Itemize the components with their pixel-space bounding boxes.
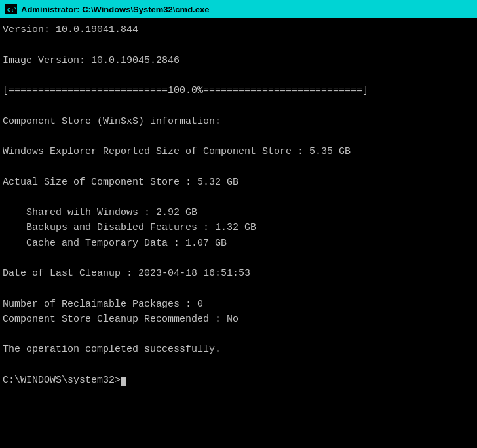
- console-line-reclaimable: Number of Reclaimable Packages : 0: [3, 297, 474, 312]
- console-line-empty3: [3, 98, 474, 113]
- console-line-operation-complete: The operation completed successfully.: [3, 342, 474, 357]
- console-line-empty6: [3, 190, 474, 205]
- title-bar-text: Administrator: C:\Windows\System32\cmd.e…: [21, 5, 209, 14]
- console-line-empty10: [3, 358, 474, 373]
- console-line-backups: Backups and Disabled Features : 1.32 GB: [3, 220, 474, 235]
- console-line-last-cleanup: Date of Last Cleanup : 2023-04-18 16:51:…: [3, 266, 474, 281]
- console-line-empty2: [3, 68, 474, 83]
- console-line-version: Version: 10.0.19041.844: [3, 22, 474, 37]
- console-line-empty8: [3, 281, 474, 296]
- cmd-icon: C:\: [5, 4, 17, 14]
- console-line-shared: Shared with Windows : 2.92 GB: [3, 205, 474, 220]
- console-line-cache: Cache and Temporary Data : 1.07 GB: [3, 236, 474, 251]
- console-line-progress: [===========================100.0%======…: [3, 83, 474, 98]
- console-line-empty4: [3, 129, 474, 144]
- console-line-empty9: [3, 327, 474, 342]
- console-line-empty5: [3, 159, 474, 174]
- console-line-empty7: [3, 251, 474, 266]
- console-line-image-version: Image Version: 10.0.19045.2846: [3, 53, 474, 68]
- cmd-window: C:\ Administrator: C:\Windows\System32\c…: [0, 0, 477, 448]
- console-line-empty1: [3, 37, 474, 52]
- console-line-actual-size: Actual Size of Component Store : 5.32 GB: [3, 175, 474, 190]
- console-line-prompt: C:\WINDOWS\system32>: [3, 373, 474, 388]
- console-body[interactable]: Version: 10.0.19041.844 Image Version: 1…: [0, 18, 477, 448]
- console-line-explorer-size: Windows Explorer Reported Size of Compon…: [3, 144, 474, 159]
- cursor: [121, 377, 126, 386]
- svg-text:C:\: C:\: [7, 7, 16, 13]
- console-line-component-store-header: Component Store (WinSxS) information:: [3, 114, 474, 129]
- console-line-cleanup-recommended: Component Store Cleanup Recommended : No: [3, 312, 474, 327]
- title-bar[interactable]: C:\ Administrator: C:\Windows\System32\c…: [0, 0, 477, 18]
